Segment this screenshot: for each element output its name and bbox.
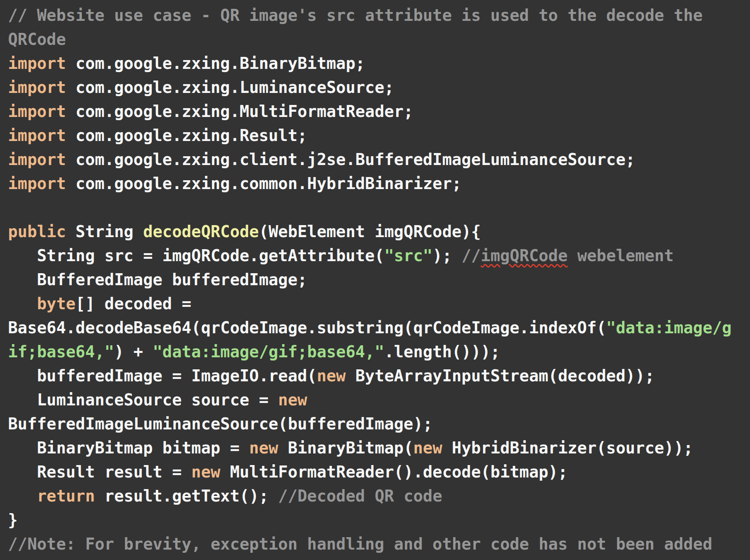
comment-token: //Note: For brevity, exception handling … <box>8 535 712 553</box>
code-line <box>8 195 750 220</box>
code-token: ByteArrayInputStream(decoded)); <box>346 367 655 385</box>
code-token: BufferedImageLuminanceSource(bufferedIma… <box>8 415 433 433</box>
code-token: com.google.zxing.common.HybridBinarizer; <box>66 174 462 193</box>
code-token: String <box>66 222 143 241</box>
code-token: BinaryBitmap( <box>278 439 413 457</box>
keyword-token: new <box>192 463 220 481</box>
code-line: // Website use case - QR image's src att… <box>8 3 750 27</box>
keyword-token: public <box>8 222 66 241</box>
code-token: HybridBinarizer(source)); <box>442 439 693 457</box>
comment-token: // Website use case - QR image's src att… <box>8 6 703 24</box>
keyword-token: new <box>413 439 442 457</box>
code-line: BufferedImageLuminanceSource(bufferedIma… <box>8 412 750 436</box>
code-line: } <box>8 508 750 532</box>
code-line: LuminanceSource source = new <box>8 388 750 412</box>
code-line: Base64.decodeBase64(qrCodeImage.substrin… <box>8 316 750 340</box>
code-token: BufferedImage bufferedImage; <box>8 270 307 289</box>
code-token <box>8 487 37 505</box>
code-token: LuminanceSource source = <box>8 391 278 409</box>
misspelled-word-squiggle: imgQRCode <box>481 246 568 265</box>
comment-token: webelement <box>568 246 674 265</box>
string-literal-token: if;base64," <box>8 342 114 361</box>
code-token: com.google.zxing.client.j2se.BufferedIma… <box>66 150 635 169</box>
code-token: BinaryBitmap bitmap = <box>8 439 249 457</box>
code-line: String src = imgQRCode.getAttribute("src… <box>8 244 750 268</box>
code-line: bufferedImage = ImageIO.read(new ByteArr… <box>8 364 750 388</box>
code-line: import com.google.zxing.Result; <box>8 123 750 147</box>
keyword-token: new <box>278 391 307 409</box>
code-token <box>8 294 37 313</box>
code-line: if;base64,") + "data:image/gif;base64,".… <box>8 340 750 364</box>
code-token: } <box>8 511 18 529</box>
keyword-token: import <box>8 54 66 73</box>
comment-token: //Decoded QR code <box>278 487 442 505</box>
keyword-token: import <box>8 174 66 193</box>
code-line: import com.google.zxing.client.j2se.Buff… <box>8 147 750 171</box>
keyword-token: new <box>317 367 346 385</box>
screenshot-root: { "colors": { "background": "#333333", "… <box>0 0 750 560</box>
string-literal-token: "src" <box>384 246 432 265</box>
code-line: import com.google.zxing.LuminanceSource; <box>8 75 750 99</box>
comment-token: QRCode <box>8 30 66 48</box>
keyword-token: import <box>8 150 66 169</box>
keyword-token: byte <box>37 294 75 313</box>
code-line: BinaryBitmap bitmap = new BinaryBitmap(n… <box>8 436 750 460</box>
code-line: import com.google.zxing.BinaryBitmap; <box>8 51 750 75</box>
code-line: Result result = new MultiFormatReader().… <box>8 460 750 484</box>
method-name-token: decodeQRCode <box>143 222 259 241</box>
comment-token: // <box>462 246 481 265</box>
code-token: Result result = <box>8 463 192 481</box>
code-token: ); <box>433 246 462 265</box>
code-token: MultiFormatReader().decode(bitmap); <box>220 463 568 481</box>
code-token: ) + <box>114 342 153 361</box>
code-line: QRCode <box>8 27 750 51</box>
code-editor-viewport: // Website use case - QR image's src att… <box>0 0 750 560</box>
keyword-token: import <box>8 126 66 145</box>
string-literal-token: "data:image/gif;base64," <box>153 342 384 361</box>
code-line: import com.google.zxing.MultiFormatReade… <box>8 99 750 123</box>
code-token: com.google.zxing.LuminanceSource; <box>66 78 394 97</box>
keyword-token: new <box>249 439 278 457</box>
code-token: [] decoded = <box>76 294 192 313</box>
code-line: BufferedImage bufferedImage; <box>8 268 750 292</box>
string-literal-token: "data:image/g <box>606 318 732 337</box>
code-line: import com.google.zxing.common.HybridBin… <box>8 171 750 195</box>
code-line: return result.getText(); //Decoded QR co… <box>8 484 750 508</box>
code-token: bufferedImage = ImageIO.read( <box>8 367 317 385</box>
code-token: .length())); <box>384 342 500 361</box>
code-token: String src = imgQRCode.getAttribute( <box>8 246 384 265</box>
keyword-token: import <box>8 78 66 97</box>
code-token: com.google.zxing.MultiFormatReader; <box>66 102 413 121</box>
code-line: //Note: For brevity, exception handling … <box>8 532 750 556</box>
code-token: com.google.zxing.Result; <box>66 126 307 145</box>
code-token: result.getText(); <box>95 487 278 505</box>
code-token: com.google.zxing.BinaryBitmap; <box>66 54 365 73</box>
code-token: (WebElement imgQRCode){ <box>259 222 481 241</box>
code-line: byte[] decoded = <box>8 292 750 316</box>
keyword-token: import <box>8 102 66 121</box>
code-line: public String decodeQRCode(WebElement im… <box>8 220 750 244</box>
code-token: Base64.decodeBase64(qrCodeImage.substrin… <box>8 318 606 337</box>
keyword-token: return <box>37 487 95 505</box>
